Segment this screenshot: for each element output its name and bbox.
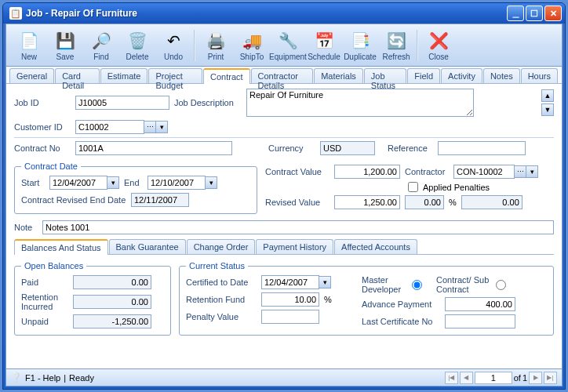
page-input[interactable] bbox=[475, 372, 512, 384]
schedule-icon: 📅 bbox=[313, 30, 335, 52]
status-bar: ❔ F1 - Help | Ready |◀ ◀ of 1 ▶ ▶| bbox=[6, 368, 562, 386]
end-date-dropdown[interactable]: ▾ bbox=[205, 176, 217, 189]
master-dev-radio[interactable] bbox=[412, 280, 422, 290]
contract-date-fieldset: Contract Date Start ▾ End ▾ Contract Rev… bbox=[14, 162, 257, 214]
certified-input[interactable] bbox=[261, 275, 319, 289]
tab-notes[interactable]: Notes bbox=[483, 68, 520, 83]
revised-end-input bbox=[131, 193, 189, 207]
retention-fund-input[interactable] bbox=[261, 292, 319, 307]
contract-value-input[interactable] bbox=[334, 165, 400, 179]
penalty-amt-input bbox=[405, 195, 444, 209]
section-divider bbox=[14, 137, 554, 138]
save-button[interactable]: 💾Save bbox=[47, 27, 83, 64]
customer-dropdown-button[interactable]: ▾ bbox=[155, 121, 168, 133]
find-button[interactable]: 🔎Find bbox=[83, 27, 119, 64]
toolbar-separator bbox=[417, 30, 418, 61]
applied-penalties-checkbox[interactable] bbox=[408, 182, 418, 192]
note-input[interactable] bbox=[42, 220, 554, 234]
print-icon: 🖨️ bbox=[205, 30, 227, 52]
maximize-button[interactable]: ☐ bbox=[526, 5, 543, 21]
open-balances-fieldset: Open Balances Paid Retention Incurred Un… bbox=[14, 261, 171, 336]
tab-activity[interactable]: Activity bbox=[441, 68, 482, 83]
advance-label: Advance Payment bbox=[362, 299, 440, 309]
minimize-button[interactable]: ＿ bbox=[507, 5, 524, 21]
tab-project-budget[interactable]: Project Budget bbox=[148, 68, 202, 83]
close-button[interactable]: ❌Close bbox=[421, 27, 457, 64]
contractor-label: Contractor bbox=[405, 167, 449, 176]
schedule-button[interactable]: 📅Schedule bbox=[306, 27, 342, 64]
tab-materials[interactable]: Materials bbox=[314, 68, 363, 83]
start-date-input[interactable] bbox=[49, 176, 107, 190]
close-icon: ❌ bbox=[428, 30, 450, 52]
tab-general[interactable]: General bbox=[9, 68, 54, 83]
equipment-button[interactable]: 🔧Equipment bbox=[270, 27, 306, 64]
subtab-change-order[interactable]: Change Order bbox=[187, 239, 256, 254]
tab-contract[interactable]: Contract bbox=[203, 68, 250, 84]
penalty-value-input[interactable] bbox=[261, 310, 319, 324]
new-button[interactable]: 📄New bbox=[11, 27, 47, 64]
contractor-lookup-button[interactable]: ⋯ bbox=[514, 165, 526, 178]
tab-card-detail[interactable]: Card Detail bbox=[55, 68, 100, 83]
duplicate-button[interactable]: 📑Duplicate bbox=[342, 27, 378, 64]
print-button[interactable]: 🖨️Print bbox=[198, 27, 234, 64]
reference-input[interactable] bbox=[438, 141, 526, 155]
subcontract-radio[interactable] bbox=[496, 280, 506, 290]
contract-no-input[interactable] bbox=[75, 141, 232, 155]
paid-label: Paid bbox=[21, 278, 68, 287]
start-date-dropdown[interactable]: ▾ bbox=[107, 176, 119, 189]
form-area: Job ID Job Description Repair Of Furnitu… bbox=[6, 84, 562, 368]
tab-estimate[interactable]: Estimate bbox=[100, 68, 148, 83]
subtab-payment-history[interactable]: Payment History bbox=[256, 239, 333, 254]
penalty-val2-input bbox=[461, 195, 522, 209]
refresh-icon: 🔄 bbox=[385, 30, 407, 52]
pct-label: % bbox=[449, 198, 457, 207]
revised-end-label: Contract Revised End Date bbox=[21, 195, 126, 205]
tab-contractor-details[interactable]: Contractor Details bbox=[251, 68, 314, 83]
main-toolbar: 📄New 💾Save 🔎Find 🗑️Delete ↶Undo 🖨️Print … bbox=[6, 24, 562, 67]
customer-id-input[interactable] bbox=[75, 120, 144, 134]
customer-lookup-button[interactable]: ⋯ bbox=[144, 121, 156, 133]
certified-dropdown[interactable]: ▾ bbox=[319, 276, 331, 289]
sub-tab-row: Balances And StatusBank GuaranteeChange … bbox=[14, 238, 554, 255]
reference-label: Reference bbox=[388, 143, 433, 153]
desc-up-button[interactable]: ▲ bbox=[541, 89, 554, 102]
subtab-affected-accounts[interactable]: Affected Accounts bbox=[334, 239, 417, 254]
total-pages: 1 bbox=[522, 373, 527, 383]
subtab-balances-and-status[interactable]: Balances And Status bbox=[14, 239, 108, 255]
last-page-button[interactable]: ▶| bbox=[544, 372, 557, 384]
tab-job-status[interactable]: Job Status bbox=[364, 68, 406, 83]
job-desc-input[interactable]: Repair Of Furniture bbox=[246, 89, 474, 117]
subtab-bank-guarantee[interactable]: Bank Guarantee bbox=[109, 239, 186, 254]
status-sep: | bbox=[64, 373, 66, 383]
revised-value-label: Revised Value bbox=[265, 198, 330, 207]
tab-field[interactable]: Field bbox=[407, 68, 440, 83]
lastcert-input[interactable] bbox=[445, 314, 515, 328]
certified-label: Certified to Date bbox=[186, 278, 257, 287]
next-page-button[interactable]: ▶ bbox=[529, 372, 542, 384]
prev-page-button[interactable]: ◀ bbox=[460, 372, 473, 384]
revised-value-input[interactable] bbox=[334, 195, 400, 209]
contractor-dropdown-button[interactable]: ▾ bbox=[526, 165, 538, 178]
end-date-input[interactable] bbox=[147, 176, 206, 190]
app-icon: 📋 bbox=[9, 7, 22, 20]
desc-down-button[interactable]: ▼ bbox=[541, 103, 554, 116]
find-icon: 🔎 bbox=[90, 30, 112, 52]
undo-button[interactable]: ↶Undo bbox=[155, 27, 191, 64]
refresh-button[interactable]: 🔄Refresh bbox=[378, 27, 414, 64]
shipto-button[interactable]: 🚚ShipTo bbox=[234, 27, 270, 64]
master-dev-label: Master Developer bbox=[362, 275, 407, 294]
job-id-input[interactable] bbox=[75, 96, 169, 110]
currency-input bbox=[320, 141, 375, 155]
first-page-button[interactable]: |◀ bbox=[445, 372, 458, 384]
job-desc-label: Job Description bbox=[174, 98, 242, 107]
main-tab-row: GeneralCard DetailEstimateProject Budget… bbox=[6, 67, 562, 84]
customer-id-label: Customer ID bbox=[14, 122, 71, 132]
lastcert-label: Last Certificate No bbox=[362, 317, 440, 326]
contractor-input[interactable] bbox=[453, 165, 515, 179]
currency-label: Currency bbox=[268, 143, 315, 153]
tab-hours[interactable]: Hours bbox=[521, 68, 558, 83]
current-status-fieldset: Current Status Certified to Date▾ Retent… bbox=[179, 261, 554, 336]
delete-button[interactable]: 🗑️Delete bbox=[119, 27, 155, 64]
window-close-button[interactable]: ✕ bbox=[544, 5, 562, 21]
advance-input[interactable] bbox=[445, 297, 515, 311]
